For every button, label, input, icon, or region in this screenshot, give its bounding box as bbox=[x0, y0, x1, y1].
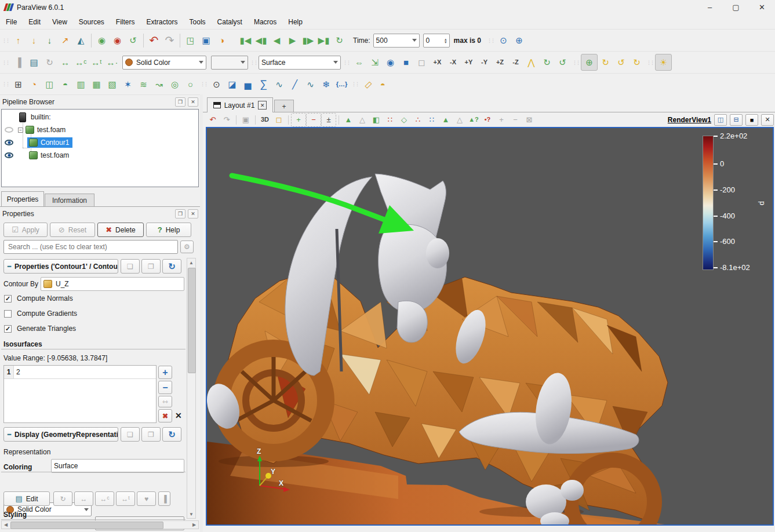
help-button[interactable]: ? Help bbox=[146, 223, 191, 237]
add-selection-button[interactable]: + bbox=[291, 113, 306, 127]
light-kit-button[interactable]: ☀ bbox=[655, 54, 672, 71]
toolbar-grip[interactable]: ⋮⋮ bbox=[200, 81, 207, 87]
scrollbar-thumb[interactable] bbox=[10, 522, 163, 529]
representation-display-combo[interactable]: Surface bbox=[51, 459, 184, 473]
histogram-button[interactable]: ▅ bbox=[240, 76, 256, 92]
pipeline-item-testfoam-2[interactable]: test.foam bbox=[2, 149, 198, 162]
float-panel-button[interactable]: ❐ bbox=[175, 97, 185, 107]
scroll-down-icon[interactable]: ▼ bbox=[187, 511, 195, 518]
checkbox-checked-icon[interactable]: ✓ bbox=[4, 295, 12, 303]
close-view-button[interactable]: ✕ bbox=[761, 114, 774, 126]
zoom-search-button[interactable]: ⊙ bbox=[496, 32, 511, 48]
isometric-view-button[interactable]: ⋀ bbox=[523, 54, 539, 70]
reset-rotation-center-button[interactable]: ↻ bbox=[629, 54, 645, 70]
copy-properties-button[interactable]: ❏ bbox=[121, 259, 140, 274]
render-viewport[interactable]: 2.2e+02 0 -200 -400 -600 -8.1e+02 p Z Y … bbox=[206, 127, 774, 526]
slice-filter-button[interactable]: ◓ bbox=[57, 76, 73, 92]
color-palette-button[interactable]: ◑ bbox=[214, 32, 230, 48]
plot-over-line-button[interactable]: ╱ bbox=[287, 76, 303, 92]
representation-combo[interactable]: Surface bbox=[259, 56, 341, 70]
split-vertical-button[interactable]: ⊟ bbox=[730, 114, 743, 126]
zoom-add-button[interactable]: ⊕ bbox=[511, 32, 527, 48]
close-panel-button[interactable]: ✕ bbox=[188, 209, 198, 218]
menu-view[interactable]: View bbox=[46, 16, 73, 28]
visibility-eye-icon[interactable] bbox=[5, 140, 13, 145]
compute-gradients-row[interactable]: Compute Gradients bbox=[4, 309, 77, 318]
pipeline-item-testfoam[interactable]: − test.foam bbox=[2, 123, 198, 136]
isosurface-value-cell[interactable]: 2 bbox=[14, 366, 156, 378]
generate-triangles-row[interactable]: ✓ Generate Triangles bbox=[4, 325, 76, 333]
show-scalar-bar-button[interactable]: ▐ bbox=[158, 491, 170, 506]
shrink-selection-button[interactable]: − bbox=[508, 114, 522, 126]
search-field[interactable] bbox=[3, 240, 178, 254]
rescale-custom-range-button[interactable]: ↔ᶜ bbox=[73, 54, 89, 70]
integrate-variables-button[interactable]: ∑ bbox=[256, 76, 271, 92]
add-value-button[interactable]: + bbox=[158, 366, 172, 379]
set-view-plus-y-button[interactable]: +Y bbox=[461, 54, 476, 70]
protractor-button[interactable]: ◖ bbox=[376, 76, 391, 92]
warp-filter-button[interactable]: ↝ bbox=[151, 76, 167, 92]
close-panel-button[interactable]: ✕ bbox=[188, 97, 198, 107]
last-frame-button[interactable]: ▶▮ bbox=[316, 32, 332, 48]
float-panel-button[interactable]: ❐ bbox=[175, 209, 185, 218]
toolbar-grip[interactable]: ⋮⋮ bbox=[2, 60, 9, 65]
reset-camera-button[interactable]: ⇔ bbox=[351, 54, 367, 70]
extract-selection-button[interactable]: ◪ bbox=[224, 76, 240, 92]
rescale-data-range-button[interactable]: ↔ bbox=[57, 54, 73, 70]
toolbar-grip[interactable]: ⋮⋮ bbox=[343, 60, 350, 65]
select-points-through-button[interactable]: ∷ bbox=[383, 114, 397, 126]
search-options-button[interactable]: ⚙ bbox=[180, 241, 194, 253]
hover-cells-query-button[interactable]: ▲? bbox=[467, 114, 481, 126]
plot-over-time-button[interactable]: ∿ bbox=[271, 76, 287, 92]
camera-redo-button[interactable]: ↷ bbox=[220, 114, 234, 126]
contour-by-combo[interactable]: U_Z bbox=[41, 277, 184, 291]
glyph-filter-button[interactable]: ✶ bbox=[120, 76, 136, 92]
frame-spinbox[interactable]: 0 ▴ ▾ bbox=[423, 34, 450, 48]
time-value-combo[interactable]: 500 bbox=[373, 34, 420, 48]
copy-display-button[interactable]: ❏ bbox=[121, 427, 140, 442]
set-view-plus-x-button[interactable]: +X bbox=[430, 54, 445, 70]
clip-filter-button[interactable]: ◫ bbox=[42, 76, 57, 92]
add-range-button[interactable]: ⇿ bbox=[158, 396, 172, 407]
set-view-minus-x-button[interactable]: -X bbox=[445, 54, 461, 70]
scroll-up-icon[interactable]: ▲ bbox=[187, 259, 195, 266]
group-datasets-button[interactable]: ◎ bbox=[167, 76, 183, 92]
minimize-button[interactable]: – bbox=[697, 0, 723, 14]
center-axes-visibility-button[interactable]: ⊕ bbox=[581, 54, 598, 71]
remove-all-values-button[interactable]: ✖ bbox=[158, 409, 172, 422]
edit-color-map-button[interactable]: ▤ bbox=[26, 54, 42, 70]
interactive-select-cells-button[interactable]: ▲ bbox=[439, 114, 453, 126]
scroll-right-icon[interactable]: ▶ bbox=[191, 521, 198, 529]
rescale-temporal-range-button[interactable]: ↔ᵗ bbox=[89, 54, 104, 70]
toolbar-grip[interactable]: ⋮⋮ bbox=[2, 81, 9, 87]
menu-file[interactable]: File bbox=[0, 16, 23, 28]
scroll-left-icon[interactable]: ◀ bbox=[2, 521, 9, 529]
rotation-center-button[interactable]: ↻ bbox=[598, 54, 613, 70]
render-view-name[interactable]: RenderView1 bbox=[668, 116, 711, 124]
restore-default-button[interactable]: ✕ bbox=[175, 411, 182, 420]
play-button[interactable]: ▶ bbox=[285, 32, 300, 48]
catalyst-icon[interactable]: ◭ bbox=[73, 32, 89, 48]
toolbar-grip[interactable]: ⋮⋮ bbox=[250, 60, 257, 65]
menu-tools[interactable]: Tools bbox=[184, 16, 212, 28]
hover-points-query-button[interactable]: •? bbox=[481, 114, 494, 126]
probe-location-button[interactable]: ⊙ bbox=[209, 76, 224, 92]
close-button[interactable]: ✕ bbox=[749, 0, 775, 14]
reset-display-button[interactable]: ↻ bbox=[162, 427, 181, 442]
color-by-combo[interactable]: Solid Color bbox=[122, 56, 206, 70]
toolbar-grip[interactable]: ⋮⋮ bbox=[572, 60, 579, 65]
stream-tracer-button[interactable]: ≋ bbox=[136, 76, 151, 92]
layout-tab[interactable]: Layout #1 ✕ bbox=[207, 97, 273, 112]
calculator-filter-button[interactable]: ⊞ bbox=[10, 76, 26, 92]
contour-filter-button[interactable]: ◔ bbox=[26, 76, 42, 92]
toolbar-grip[interactable]: ⋮⋮ bbox=[487, 38, 494, 43]
toggle-2d-3d-button[interactable]: 3D bbox=[258, 114, 272, 126]
rescale-range-button[interactable]: ↔ bbox=[74, 491, 93, 506]
menu-macros[interactable]: Macros bbox=[248, 16, 282, 28]
compute-normals-row[interactable]: ✓ Compute Normals bbox=[4, 294, 73, 303]
menu-catalyst[interactable]: Catalyst bbox=[212, 16, 248, 28]
programmable-filter-button[interactable]: {…} bbox=[334, 76, 350, 92]
save-data-button[interactable]: ↓ bbox=[42, 32, 57, 48]
component-combo[interactable] bbox=[211, 56, 248, 70]
edit-color-map-panel-button[interactable]: ▤ Edit bbox=[3, 491, 50, 506]
